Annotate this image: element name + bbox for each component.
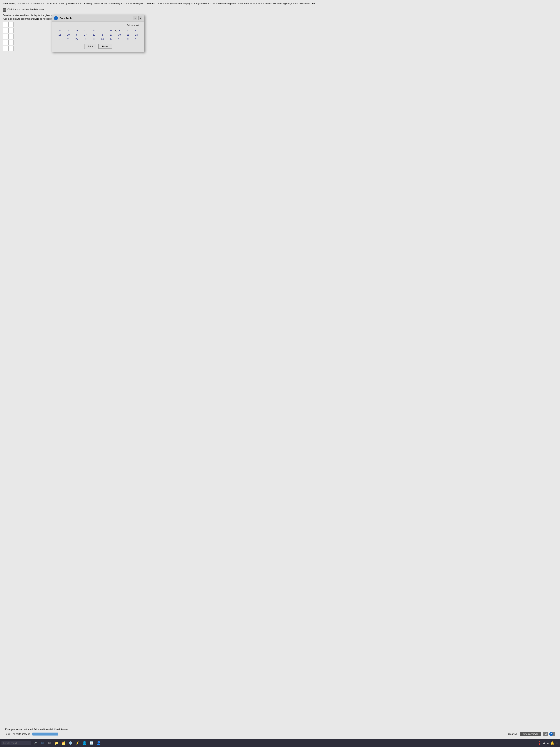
taskbar-sound-icon[interactable]: 🔔 [551, 741, 554, 745]
taskbar-display-icon[interactable]: ▭ [556, 741, 559, 745]
taskbar-lightning-icon[interactable]: ⚡ [75, 740, 80, 746]
sl-box-1-1[interactable] [3, 22, 8, 27]
taskbar-folder-icon[interactable]: 📁 [53, 740, 59, 746]
cell: 5 [107, 37, 115, 41]
dataset-icon[interactable]: □ [140, 24, 141, 26]
cell: 33 [107, 28, 115, 32]
taskbar-search-input[interactable] [1, 741, 31, 745]
modal-body: Full data set □ 29 6 13 21 8 1 [52, 22, 144, 52]
taskbar-mic-icon[interactable]: 🎤 [32, 740, 38, 746]
taskbar-up-icon[interactable]: ∧ [547, 741, 549, 745]
cell: 8 [90, 28, 98, 32]
cell: 10 [90, 37, 98, 41]
cell: 11 [64, 37, 73, 41]
app-area: The following data are the daily round-t… [0, 0, 560, 739]
cell: 8 [115, 28, 124, 32]
cell: 27 [73, 37, 81, 41]
taskbar-edge-icon[interactable]: 🔄 [88, 740, 95, 746]
question-text: The following data are the daily round-t… [3, 2, 502, 5]
sl-box-2-2[interactable] [8, 28, 14, 33]
modal-title-left: i Data Table [54, 16, 73, 20]
sl-box-4-1[interactable] [3, 40, 8, 45]
main-content: Construct a stem-and-leaf display for th… [3, 14, 557, 727]
data-table-modal: i Data Table − X Full data set □ [52, 15, 144, 52]
cell: 11 [124, 33, 132, 37]
full-dataset-label: Full data set [127, 24, 139, 27]
sl-box-3-2[interactable] [8, 34, 14, 39]
taskbar-apps-icon[interactable]: ⊞ [46, 740, 52, 746]
cell: 39 [115, 33, 124, 37]
click-icon-label: Click the icon to view the data table. [7, 8, 44, 11]
cell: 7 [56, 37, 64, 41]
taskbar-right: ❓ ♟ ∧ 🔔 ▭ [538, 741, 559, 745]
cell: 17 [98, 28, 106, 32]
cell: 15 [132, 33, 140, 37]
tools-label: Tools [5, 733, 10, 735]
sl-box-2-1[interactable] [3, 28, 8, 33]
progress-bar [32, 732, 58, 736]
data-table: 29 6 13 21 8 17 33 8 10 41 [55, 28, 141, 41]
check-answer-button[interactable]: Check Answer [521, 732, 541, 736]
clear-all-button[interactable]: Clear All [508, 733, 517, 735]
toolbar-row: Tools All parts showing Clear All Check … [5, 732, 555, 736]
cell: 17 [81, 33, 89, 37]
full-dataset-row: Full data set □ [55, 24, 141, 27]
print-button[interactable]: Print [84, 44, 96, 49]
sl-box-5-2[interactable] [8, 46, 14, 51]
hint-text: Enter your answer in the edit fields and… [5, 728, 555, 731]
cell: 38 [124, 37, 132, 41]
cell: 11 [132, 37, 140, 41]
data-row-1: 29 6 13 21 8 17 33 8 10 41 [56, 28, 140, 32]
taskbar-dropbox-icon[interactable]: ❄️ [68, 740, 73, 746]
cell: 8 [81, 37, 89, 41]
modal-title: Data Table [59, 17, 73, 20]
taskbar-app9-icon[interactable]: 🌀 [96, 740, 102, 746]
data-row-3: 7 11 27 8 10 24 5 11 38 11 [56, 37, 140, 41]
cell: 17 [107, 33, 115, 37]
cell: 11 [115, 37, 124, 41]
taskbar-files-icon[interactable]: 🗂️ [60, 740, 66, 746]
grid-table-icon[interactable] [3, 7, 6, 12]
cell: 29 [56, 28, 64, 32]
minimize-button[interactable]: − [133, 16, 137, 20]
taskbar-user-icon[interactable]: ♟ [543, 741, 545, 745]
sl-box-4-2[interactable] [8, 40, 14, 45]
modal-controls: − X [133, 16, 142, 20]
taskbar-start-icon[interactable]: ⊞ [39, 740, 45, 746]
modal-footer: Print Done [55, 44, 141, 49]
info-icon: i [54, 16, 58, 20]
cell: 20 [64, 33, 73, 37]
prev-arrow-button[interactable]: ◀ [543, 732, 548, 736]
cell: 8 [73, 33, 81, 37]
screen: The following data are the daily round-t… [0, 0, 560, 747]
taskbar-browser-icon[interactable]: 🌐 [81, 740, 87, 746]
done-button[interactable]: Done [99, 44, 112, 49]
modal-titlebar: i Data Table − X [52, 15, 144, 22]
cell: 24 [98, 37, 106, 41]
cell: 6 [64, 28, 73, 32]
all-parts-label: All parts showing [12, 733, 30, 735]
cell: 5 [98, 33, 106, 37]
sl-box-3-1[interactable] [3, 34, 8, 39]
question-mark-badge[interactable]: ? [549, 732, 553, 736]
cell: 10 [124, 28, 132, 32]
sl-box-5-1[interactable] [3, 46, 8, 51]
taskbar-help-icon[interactable]: ❓ [538, 741, 541, 745]
left-panel: Construct a stem-and-leaf display for th… [3, 14, 557, 727]
close-button[interactable]: X [138, 16, 142, 20]
taskbar: 🎤 ⊞ ⊞ 📁 🗂️ ❄️ ⚡ 🌐 🔄 🌀 ❓ ♟ ∧ 🔔 ▭ [0, 739, 560, 747]
data-row-2: 16 20 8 17 29 5 17 39 11 15 [56, 33, 140, 37]
cell: 16 [56, 33, 64, 37]
bottom-section: Enter your answer in the edit fields and… [3, 727, 557, 737]
cell: 13 [73, 28, 81, 32]
cell: 41 [132, 28, 140, 32]
cell: 29 [90, 33, 98, 37]
cell: 21 [81, 28, 89, 32]
sl-box-1-2[interactable] [8, 22, 14, 27]
click-icon-row: Click the icon to view the data table. [3, 7, 557, 12]
